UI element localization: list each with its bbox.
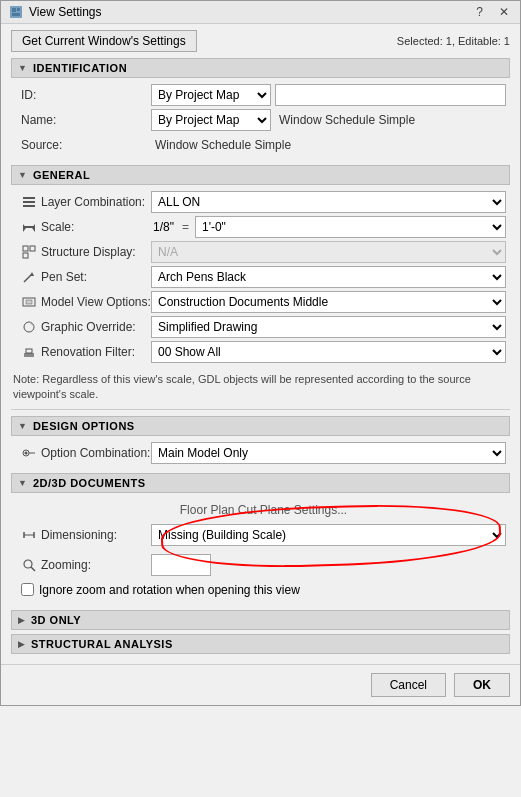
documents-section-header[interactable]: ▼ 2D/3D DOCUMENTS xyxy=(11,473,510,493)
structure-display-select[interactable]: N/A xyxy=(151,241,506,263)
cancel-button[interactable]: Cancel xyxy=(371,673,446,697)
documents-content: Floor Plan Cut Plane Settings... Dimensi… xyxy=(11,497,510,606)
ok-button[interactable]: OK xyxy=(454,673,510,697)
ignore-zoom-checkbox[interactable] xyxy=(21,583,34,596)
svg-marker-8 xyxy=(23,224,26,232)
name-row: Name: By Project Map Window Schedule Sim… xyxy=(21,109,506,131)
title-bar: View Settings ? ✕ xyxy=(1,1,520,24)
design-options-content: Option Combination: Main Model Only xyxy=(11,440,510,469)
graphic-override-row: Graphic Override: Simplified Drawing xyxy=(21,316,506,338)
name-value: Window Schedule Simple xyxy=(275,112,419,128)
design-options-section-header[interactable]: ▼ DESIGN OPTIONS xyxy=(11,416,510,436)
structure-display-row: Structure Display: N/A xyxy=(21,241,506,263)
zooming-input[interactable] xyxy=(151,554,211,576)
source-label: Source: xyxy=(21,138,151,152)
svg-point-26 xyxy=(24,560,32,568)
model-view-controls: Construction Documents Middle xyxy=(151,291,506,313)
structural-analysis-collapse-icon: ▶ xyxy=(18,639,25,649)
bottom-buttons: Cancel OK xyxy=(1,664,520,705)
id-select[interactable]: By Project Map xyxy=(151,84,271,106)
structure-display-controls: N/A xyxy=(151,241,506,263)
zooming-row: Zooming: xyxy=(21,554,506,576)
identification-section-header[interactable]: ▼ IDENTIFICATION xyxy=(11,58,510,78)
3d-only-section-header[interactable]: ▶ 3D ONLY xyxy=(11,610,510,630)
option-combination-select[interactable]: Main Model Only xyxy=(151,442,506,464)
model-view-icon xyxy=(21,294,37,310)
identification-collapse-icon: ▼ xyxy=(18,63,27,73)
source-row: Source: Window Schedule Simple xyxy=(21,134,506,156)
layer-icon xyxy=(21,194,37,210)
option-combination-row: Option Combination: Main Model Only xyxy=(21,442,506,464)
option-combination-label: Option Combination: xyxy=(21,445,151,461)
structural-analysis-label: STRUCTURAL ANALYSIS xyxy=(31,638,173,650)
source-value: Window Schedule Simple xyxy=(151,137,295,153)
svg-marker-14 xyxy=(30,272,34,276)
svg-point-21 xyxy=(25,451,28,454)
zooming-controls xyxy=(151,554,506,576)
general-section-header[interactable]: ▼ GENERAL xyxy=(11,165,510,185)
id-blank-input[interactable] xyxy=(275,84,506,106)
pen-icon xyxy=(21,269,37,285)
svg-rect-1 xyxy=(12,8,16,12)
dimensioning-controls: Missing (Building Scale) xyxy=(151,524,506,546)
floor-plan-link[interactable]: Floor Plan Cut Plane Settings... xyxy=(21,501,506,519)
window-title: View Settings xyxy=(29,5,102,19)
layer-combination-controls: ALL ON xyxy=(151,191,506,213)
renovation-filter-select[interactable]: 00 Show All xyxy=(151,341,506,363)
top-bar: Get Current Window's Settings Selected: … xyxy=(11,30,510,52)
name-label: Name: xyxy=(21,113,151,127)
general-label: GENERAL xyxy=(33,169,90,181)
floor-plan-row: Floor Plan Cut Plane Settings... xyxy=(21,499,506,521)
pen-set-label: Pen Set: xyxy=(21,269,151,285)
svg-rect-6 xyxy=(23,205,35,207)
svg-marker-9 xyxy=(32,224,35,232)
pen-set-row: Pen Set: Arch Pens Black xyxy=(21,266,506,288)
scale-row: Scale: 1/8" = 1'-0" xyxy=(21,216,506,238)
design-options-label: DESIGN OPTIONS xyxy=(33,420,135,432)
name-controls: By Project Map Window Schedule Simple xyxy=(151,109,506,131)
svg-rect-5 xyxy=(23,201,35,203)
scale-left: 1/8" xyxy=(151,220,176,234)
identification-content: ID: By Project Map Name: By Project Map xyxy=(11,82,510,161)
identification-label: IDENTIFICATION xyxy=(33,62,127,74)
help-button[interactable]: ? xyxy=(473,5,486,19)
renovation-filter-label: Renovation Filter: xyxy=(21,344,151,360)
3d-only-collapse-icon: ▶ xyxy=(18,615,25,625)
ignore-zoom-label: Ignore zoom and rotation when opening th… xyxy=(39,583,300,597)
title-bar-left: View Settings xyxy=(9,5,102,19)
option-combination-controls: Main Model Only xyxy=(151,442,506,464)
scale-icon xyxy=(21,219,37,235)
dimensioning-label: Dimensioning: xyxy=(21,527,151,543)
graphic-override-controls: Simplified Drawing xyxy=(151,316,506,338)
name-select[interactable]: By Project Map xyxy=(151,109,271,131)
ignore-zoom-row: Ignore zoom and rotation when opening th… xyxy=(21,579,506,601)
id-label: ID: xyxy=(21,88,151,102)
close-button[interactable]: ✕ xyxy=(496,5,512,19)
structure-display-label: Structure Display: xyxy=(21,244,151,260)
structure-icon xyxy=(21,244,37,260)
layer-combination-row: Layer Combination: ALL ON xyxy=(21,191,506,213)
general-collapse-icon: ▼ xyxy=(18,170,27,180)
graphic-override-icon xyxy=(21,319,37,335)
dimensioning-select[interactable]: Missing (Building Scale) xyxy=(151,524,506,546)
structural-analysis-section-header[interactable]: ▶ STRUCTURAL ANALYSIS xyxy=(11,634,510,654)
renovation-filter-row: Renovation Filter: 00 Show All xyxy=(21,341,506,363)
layer-combination-label: Layer Combination: xyxy=(21,194,151,210)
model-view-select[interactable]: Construction Documents Middle xyxy=(151,291,506,313)
get-settings-button[interactable]: Get Current Window's Settings xyxy=(11,30,197,52)
documents-label: 2D/3D DOCUMENTS xyxy=(33,477,146,489)
svg-rect-4 xyxy=(23,197,35,199)
graphic-override-select[interactable]: Simplified Drawing xyxy=(151,316,506,338)
scale-select[interactable]: 1'-0" xyxy=(195,216,506,238)
main-content: Get Current Window's Settings Selected: … xyxy=(1,24,520,664)
option-icon xyxy=(21,445,37,461)
zooming-icon xyxy=(21,557,37,573)
model-view-row: Model View Options: Construction Documen… xyxy=(21,291,506,313)
dimensioning-icon xyxy=(21,527,37,543)
svg-rect-10 xyxy=(23,246,28,251)
pen-set-select[interactable]: Arch Pens Black xyxy=(151,266,506,288)
divider-1 xyxy=(11,409,510,410)
renovation-icon xyxy=(21,344,37,360)
svg-rect-18 xyxy=(24,353,34,357)
layer-combination-select[interactable]: ALL ON xyxy=(151,191,506,213)
